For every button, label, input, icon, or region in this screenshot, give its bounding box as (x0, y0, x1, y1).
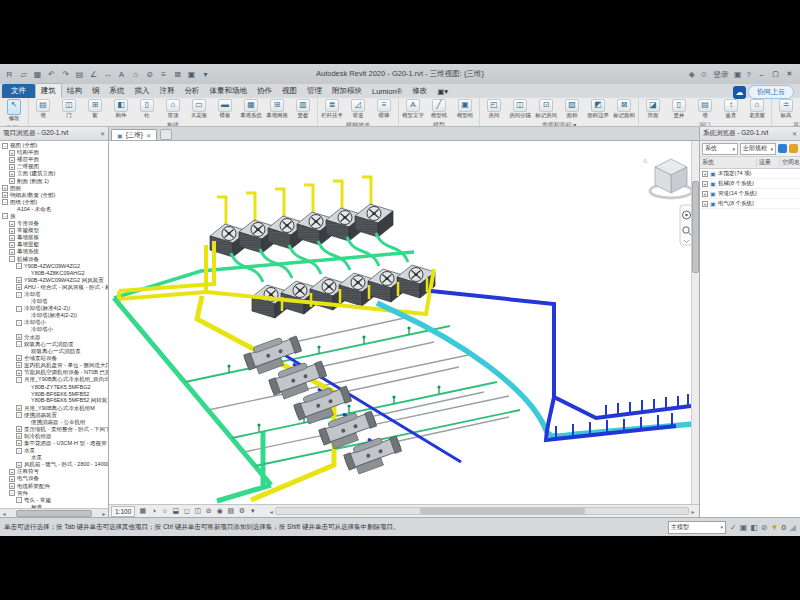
tree-item[interactable]: Y80B-BF6EK6.5MFB52 (0, 390, 108, 397)
expand-icon[interactable]: + (16, 405, 22, 411)
qat-icon[interactable]: ▣ (186, 69, 197, 80)
expand-icon[interactable]: - (16, 497, 22, 503)
tree-item[interactable]: Y80B-BF6EK6.5MFB52 回转装置 (0, 397, 108, 404)
project-browser-header[interactable]: 项目浏览器 - G20-1.rvt ✕ (0, 127, 108, 141)
status-icon[interactable]: ▼ (770, 523, 778, 532)
ribbon-button[interactable]: ≡ 楼梯 (372, 99, 396, 121)
ribbon-button[interactable]: ▯ 竖井 (667, 99, 691, 121)
close-icon[interactable]: ✕ (792, 130, 797, 137)
view-control-icon[interactable]: ▾ (248, 507, 257, 515)
view-control-icon[interactable]: ◉ (215, 507, 224, 515)
tree-item[interactable]: Y80B-ZY7EK5.5MFBG2 (0, 383, 108, 390)
tree-item[interactable]: + Y90B-4ZWC09W4ZG2 回风装置 (0, 277, 108, 284)
canvas-vscrollbar[interactable] (691, 141, 699, 504)
expand-icon[interactable]: - (9, 490, 15, 496)
qat-icon[interactable]: ▱ (18, 69, 29, 80)
tree-item[interactable]: - 月用_Y90B离心式冷水机组_双向出管 (0, 376, 108, 383)
expand-icon[interactable] (23, 313, 29, 319)
infocenter-icon[interactable]: ▣ (734, 70, 742, 79)
infocenter-icon[interactable]: ? (747, 70, 751, 79)
expand-icon[interactable]: - (16, 448, 22, 454)
ribbon-button[interactable]: ⊞ 幕墙网格 (265, 99, 289, 121)
view-tab-3d[interactable]: ▣ {三维} ✕ (111, 129, 157, 140)
restore-button[interactable]: ▢ (769, 68, 782, 80)
expand-icon[interactable]: + (16, 334, 22, 340)
tree-item[interactable]: + 三维视图 (0, 163, 108, 170)
tree-item[interactable]: - 机械设备 (0, 256, 108, 263)
system-row[interactable]: + ▣ 机械(8 个系统) (700, 179, 800, 189)
tree-item[interactable]: + 幕墙系统 (0, 248, 108, 255)
expand-icon[interactable]: + (16, 362, 22, 368)
ribbon-button[interactable]: ⊞ 窗 (83, 99, 107, 121)
expand-icon[interactable]: + (9, 249, 15, 255)
system-row[interactable]: + ▣ 电气(8 个系统) (700, 199, 800, 209)
tree-item[interactable]: - Y90B-4ZWC09W4ZG2 (0, 263, 108, 270)
status-icon[interactable]: ◧ (750, 523, 758, 532)
ribbon-tab[interactable]: 注释 (155, 84, 180, 98)
expand-icon[interactable]: + (16, 462, 22, 468)
qat-icon[interactable]: ∠ (88, 69, 99, 80)
tree-item[interactable]: + 立面 (建筑立面) (0, 170, 108, 177)
expand-icon[interactable]: - (2, 143, 8, 149)
tree-item[interactable]: - 水泵 (0, 447, 108, 454)
view-control-icon[interactable]: ◻ (182, 507, 191, 515)
tree-item[interactable]: - 视图 (全部) (0, 142, 108, 149)
tree-item[interactable]: + 风机箱 - 暖气 - 卧式 - 2800 - 14000 kW (0, 461, 108, 468)
ribbon-button[interactable]: ◪ 按面 (641, 99, 665, 121)
qat-icon[interactable]: ⊘ (144, 69, 155, 80)
view-control-icon[interactable]: ⊘ (204, 507, 213, 515)
ribbon-button[interactable]: ◿ 坡道 (346, 99, 370, 121)
tree-item[interactable]: + 集中花洒器 - U3CM-H 型 - 透视管 - 106-175-CN (0, 440, 108, 447)
tree-item[interactable]: 水泵 (0, 454, 108, 461)
close-icon[interactable]: ✕ (100, 130, 105, 137)
view-control-icon[interactable]: ▦ (138, 507, 147, 515)
scale-button[interactable]: 1:100 (111, 506, 135, 517)
ribbon-tab[interactable]: 附加模块 (327, 84, 367, 98)
tree-item[interactable]: + 剖面 (剖面 1) (0, 177, 108, 184)
expand-icon[interactable]: + (2, 192, 8, 198)
expand-icon[interactable]: + (16, 440, 22, 446)
minimize-button[interactable]: ‒ (755, 68, 768, 80)
workset-dropdown[interactable]: 主模型▾ (668, 521, 726, 534)
autofit-icon[interactable] (789, 144, 798, 153)
ribbon-tab[interactable]: 分析 (180, 84, 205, 98)
ribbon-button[interactable]: ⌂ 老虎窗 (745, 99, 769, 121)
model-viewport[interactable]: ⌂ (109, 141, 699, 504)
ribbon-button[interactable]: ▭ 天花板 (187, 99, 211, 121)
expand-icon[interactable]: - (2, 213, 8, 219)
discipline-dropdown[interactable]: 全部规程▾ (740, 143, 776, 155)
system-row[interactable]: + ▣ 未指定(74 项) (700, 169, 800, 179)
expand-icon[interactable] (23, 391, 29, 397)
expand-icon[interactable]: - (16, 412, 22, 418)
pipe-cyan-main[interactable] (377, 303, 693, 436)
ribbon-button[interactable]: ◩ 面积边界 (586, 99, 610, 121)
qat-icon[interactable]: A (116, 69, 127, 80)
tree-item[interactable]: + 幕墙竖梃 (0, 241, 108, 248)
system-row[interactable]: + ▣ 管道(14 个系统) (700, 189, 800, 199)
expand-icon[interactable] (23, 455, 29, 461)
expand-icon[interactable]: + (16, 277, 22, 283)
qat-icon[interactable]: ▦ (32, 69, 43, 80)
ribbon-button[interactable]: ▬ 楼板 (213, 99, 237, 121)
ribbon-tab[interactable]: 修改 (407, 84, 432, 98)
ribbon-button[interactable]: ↖ 修改 (2, 99, 26, 124)
tree-item[interactable]: A104 - 未命名 (0, 206, 108, 213)
view-control-icon[interactable]: ⬓ (171, 507, 180, 515)
expand-icon[interactable]: + (16, 426, 22, 432)
expand-icon[interactable] (23, 348, 29, 354)
expand-icon[interactable] (23, 299, 29, 305)
ribbon-tab[interactable]: 体量和场地 (205, 84, 253, 98)
tree-item[interactable]: 双吸离心一式消防泵 (0, 348, 108, 355)
file-tab[interactable]: 文件 (2, 84, 35, 98)
ribbon-button[interactable]: ⊠ 标记面积 (612, 99, 636, 121)
expand-icon[interactable]: + (16, 433, 22, 439)
expand-icon[interactable]: + (9, 178, 15, 184)
system-browser-header[interactable]: 系统浏览器 - G20-1.rvt ✕ (700, 127, 800, 141)
tree-item[interactable]: 冷却塔小 (0, 326, 108, 333)
system-type-dropdown[interactable]: 系统▾ (702, 143, 738, 155)
ribbon-button[interactable]: ▦ 幕墙系统 (239, 99, 263, 121)
qat-icon[interactable]: ↔ (102, 69, 113, 80)
qat-icon[interactable]: ▤ (74, 69, 85, 80)
status-icon[interactable]: ⊘ (761, 523, 768, 532)
tree-item[interactable]: - 双吸离心一式消防泵 (0, 341, 108, 348)
